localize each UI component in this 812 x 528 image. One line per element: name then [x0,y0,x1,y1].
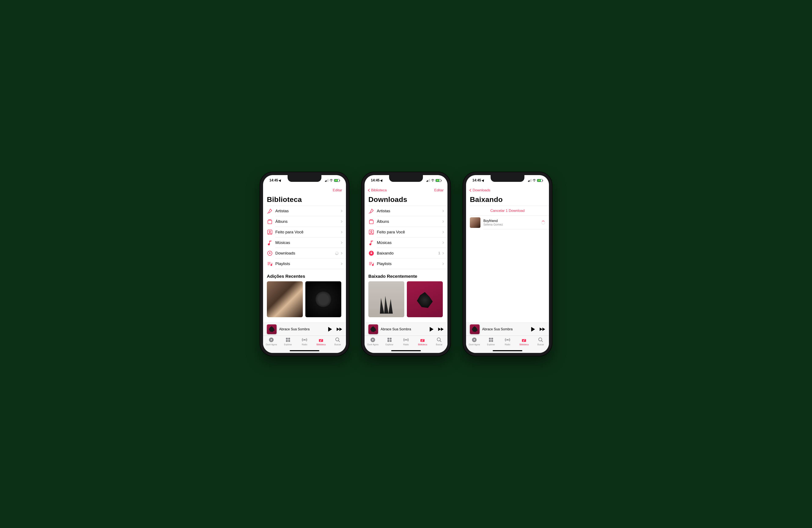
playlist-icon [267,261,273,267]
download-progress-icon[interactable] [541,221,545,225]
list-item-songs[interactable]: Músicas [263,237,346,248]
svg-rect-31 [489,340,491,342]
search-icon [538,337,543,343]
downloading-icon [368,250,374,256]
wifi-icon [431,179,435,182]
svg-rect-32 [491,340,493,342]
chevron-left-icon [469,189,473,192]
tab-search[interactable]: Buscar [431,337,447,353]
album-art[interactable] [368,281,404,317]
chevron-right-icon [340,231,342,233]
list-item-songs[interactable]: Músicas [365,237,447,248]
svg-point-13 [336,338,339,341]
list-item-albums[interactable]: Álbuns [263,216,346,227]
library-icon [420,337,425,343]
svg-point-16 [371,231,372,232]
now-playing-art[interactable] [470,325,480,334]
library-icon [318,337,324,343]
list-item-playlists[interactable]: Playlists [365,258,447,269]
tab-search[interactable]: Buscar [533,337,549,353]
tab-search[interactable]: Buscar [330,337,346,353]
svg-rect-21 [390,338,392,340]
chevron-right-icon [340,220,342,223]
list-item-downloads[interactable]: Downloads [263,248,346,258]
now-playing-art[interactable] [368,325,378,334]
now-playing-art[interactable] [267,325,277,334]
phone-downloading: 14:45 ⚡ Downloads Baixando Cancelar 1 Do… [463,172,552,356]
album-art[interactable] [407,281,443,317]
list-item-downloading[interactable]: Baixando 1 [365,248,447,258]
forward-button[interactable] [337,328,342,331]
nav-bar: Editar [263,186,346,195]
battery-icon: ⚡ [537,179,542,182]
tab-listen-now[interactable]: Ouvir Agora [365,337,381,353]
play-circle-icon [472,337,477,343]
home-indicator[interactable] [493,350,522,351]
home-indicator[interactable] [391,350,421,351]
play-circle-icon [269,337,274,343]
edit-button[interactable]: Editar [333,188,342,192]
mini-player[interactable]: Abrace Sua Sombra [263,322,346,336]
chevron-right-icon [441,220,444,223]
list-item-playlists[interactable]: Playlists [263,258,346,269]
svg-rect-20 [387,338,389,340]
svg-rect-23 [390,340,392,342]
location-icon [380,179,383,182]
mini-player[interactable]: Abrace Sua Sombra [466,322,549,336]
radio-icon [302,337,307,343]
track-artist: Selena Gomez [483,223,538,226]
notch [491,175,524,182]
phone-downloads: 14:45 ⚡ Biblioteca Editar Downloads Arti… [362,172,450,356]
recent-additions-grid[interactable] [267,281,346,317]
back-button[interactable]: Biblioteca [368,188,387,192]
made-for-you-icon [368,229,374,235]
downloading-count: 1 [438,251,440,255]
notch [288,175,321,182]
notch [389,175,423,182]
list-item-made-for-you[interactable]: Feito para Você [263,227,346,237]
track-art [470,217,480,228]
list-item-made-for-you[interactable]: Feito para Você [365,227,447,237]
play-button[interactable] [430,327,434,332]
play-button[interactable] [531,327,535,332]
svg-rect-9 [288,340,290,342]
phone-library: 14:45 ⚡ Editar Biblioteca Artistas [260,172,349,356]
forward-button[interactable] [540,328,545,331]
cancel-download-button[interactable]: Cancelar 1 Download [466,206,549,216]
list-item-albums[interactable]: Álbuns [365,216,447,227]
spinner-icon [335,251,339,255]
grid-icon [285,337,291,343]
play-button[interactable] [328,327,332,332]
chevron-left-icon [368,189,371,192]
music-note-icon [368,240,374,246]
download-item[interactable]: Boyfriend Selena Gomez [466,216,549,229]
home-indicator[interactable] [290,350,319,351]
svg-rect-8 [286,340,288,342]
list-item-artists[interactable]: Artistas [263,206,346,216]
forward-button[interactable] [438,328,444,331]
svg-rect-6 [286,338,288,340]
nav-bar: Downloads [466,186,549,195]
now-playing-title: Abrace Sua Sombra [279,327,325,331]
album-art[interactable] [305,281,341,317]
signal-icon [426,179,430,182]
album-art[interactable] [267,281,303,317]
tab-listen-now[interactable]: Ouvir Agora [466,337,482,353]
grid-icon [387,337,392,343]
made-for-you-icon [267,229,273,235]
back-button[interactable]: Downloads [470,188,490,192]
mini-player[interactable]: Abrace Sua Sombra [365,322,447,336]
albums-icon [267,218,273,225]
chevron-right-icon [441,231,444,233]
recently-downloaded-grid[interactable] [368,281,447,317]
list-item-artists[interactable]: Artistas [365,206,447,216]
status-time: 14:45 [270,179,278,182]
microphone-icon [368,208,374,214]
chevron-right-icon [340,210,342,212]
edit-button[interactable]: Editar [434,188,444,192]
now-playing-title: Abrace Sua Sombra [482,327,528,331]
status-time: 14:45 [371,179,380,182]
albums-icon [368,218,374,225]
section-header: Baixado Recentemente [368,274,444,279]
tab-listen-now[interactable]: Ouvir Agora [263,337,279,353]
